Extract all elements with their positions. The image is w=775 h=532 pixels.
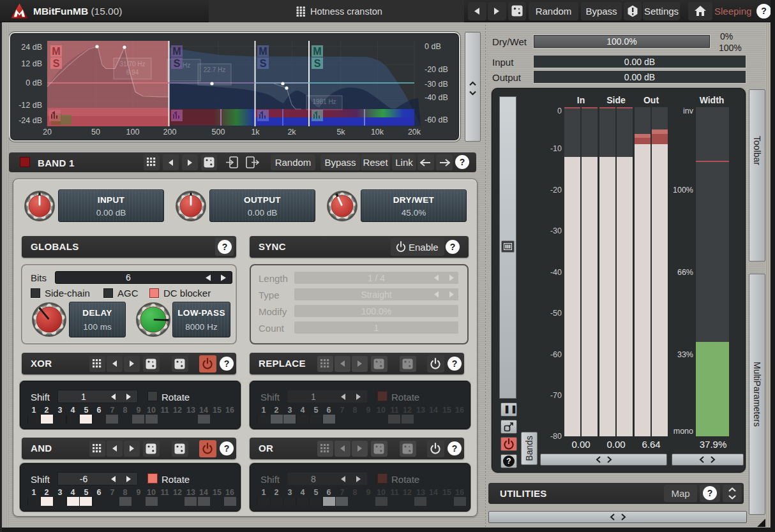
svg-text:S: S <box>174 58 181 69</box>
svg-text:50: 50 <box>91 128 100 137</box>
svg-text:10k: 10k <box>371 128 384 137</box>
svg-text:500: 500 <box>212 128 225 137</box>
svg-text:1981 Hz: 1981 Hz <box>312 98 336 105</box>
svg-text:20k: 20k <box>408 128 421 137</box>
svg-text:-20 dB: -20 dB <box>425 65 448 74</box>
svg-text:M: M <box>259 46 267 57</box>
svg-text:M: M <box>172 46 181 57</box>
svg-text:-40 dB: -40 dB <box>425 93 448 102</box>
svg-text:6.94: 6.94 <box>126 69 139 76</box>
svg-text:0 dB: 0 dB <box>26 78 42 87</box>
svg-text:1k: 1k <box>251 128 260 137</box>
svg-text:12 dB: 12 dB <box>21 59 42 68</box>
svg-text:5k: 5k <box>336 128 345 137</box>
svg-text:31/70 Hz: 31/70 Hz <box>119 61 145 68</box>
svg-text:24 dB: 24 dB <box>21 43 42 52</box>
svg-text:200: 200 <box>163 128 177 137</box>
svg-text:22.7 Hz: 22.7 Hz <box>204 66 225 73</box>
svg-text:-60 dB: -60 dB <box>425 115 448 124</box>
svg-text:-30 dB: -30 dB <box>425 80 448 89</box>
svg-text:S: S <box>314 58 321 69</box>
svg-text:-12 dB: -12 dB <box>19 101 42 110</box>
svg-text:20: 20 <box>43 128 52 137</box>
svg-text:S: S <box>260 58 267 69</box>
svg-text:100: 100 <box>126 128 140 137</box>
svg-text:2k: 2k <box>287 128 296 137</box>
svg-text:S: S <box>53 58 60 69</box>
svg-text:M: M <box>52 46 60 57</box>
svg-text:M: M <box>313 46 321 57</box>
svg-text:-24 dB: -24 dB <box>19 116 42 125</box>
svg-text:0 dB: 0 dB <box>425 42 441 51</box>
